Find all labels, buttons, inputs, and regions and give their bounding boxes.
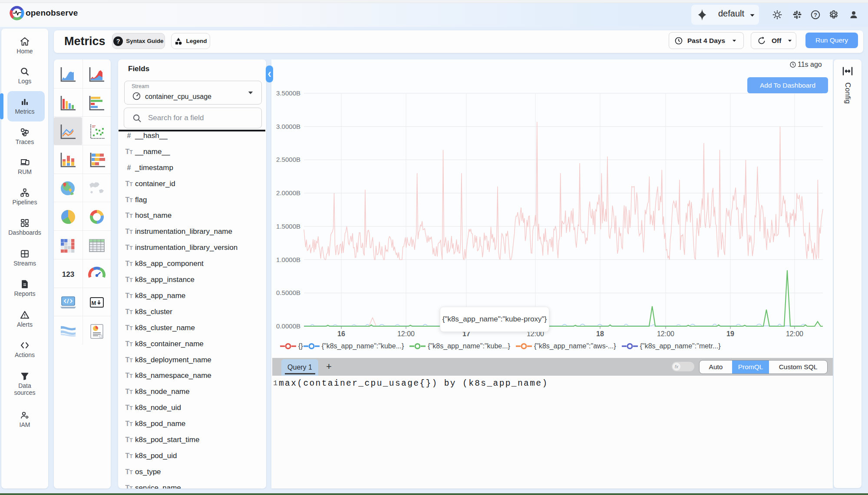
svg-text:2.0000B: 2.0000B	[276, 189, 300, 197]
svg-text:12:00: 12:00	[397, 330, 415, 338]
svg-text:18: 18	[596, 330, 604, 338]
svg-text:1.0000B: 1.0000B	[276, 256, 300, 263]
svg-text:19: 19	[726, 330, 734, 338]
svg-text:0.5000B: 0.5000B	[276, 289, 300, 296]
svg-text:16: 16	[337, 330, 345, 338]
svg-text:3.5000B: 3.5000B	[276, 89, 300, 97]
svg-text:12:00: 12:00	[786, 330, 803, 338]
svg-text:12:00: 12:00	[657, 330, 674, 338]
svg-text:123: 123	[62, 270, 74, 279]
svg-text:3.0000B: 3.0000B	[276, 123, 300, 130]
svg-text:M: M	[91, 300, 96, 306]
svg-text:0.0000B: 0.0000B	[276, 322, 300, 330]
svg-text:1.5000B: 1.5000B	[276, 223, 300, 230]
svg-text:?: ?	[814, 12, 817, 18]
svg-text:2.5000B: 2.5000B	[276, 156, 300, 163]
